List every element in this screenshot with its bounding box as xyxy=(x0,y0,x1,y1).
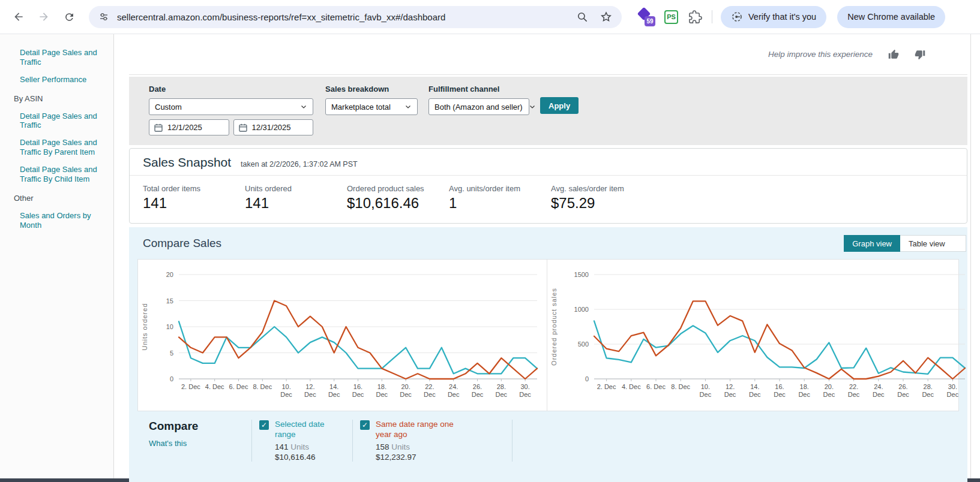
site-settings-tune-icon[interactable] xyxy=(98,11,109,22)
bookmark-star-icon[interactable] xyxy=(600,11,612,23)
metric-value: 141 xyxy=(143,195,245,212)
url-text[interactable]: sellercentral.amazon.com/business-report… xyxy=(117,12,577,22)
date-from-input[interactable] xyxy=(167,123,221,132)
reload-icon xyxy=(64,11,75,23)
series-label: Same date range one year ago xyxy=(376,420,466,440)
date-from-field[interactable] xyxy=(149,119,229,135)
fulfillment-channel-select[interactable]: Both (Amazon and seller) xyxy=(428,98,529,115)
fulfillment-channel-value: Both (Amazon and seller) xyxy=(434,103,523,112)
forward-button[interactable] xyxy=(34,7,54,27)
svg-text:Dec: Dec xyxy=(472,391,484,398)
zoom-search-icon[interactable] xyxy=(577,11,588,23)
thumbs-down-icon[interactable] xyxy=(915,49,925,60)
whats-this-link[interactable]: What's this xyxy=(149,439,242,448)
svg-text:Dec: Dec xyxy=(496,391,508,398)
series-units: 141 Units xyxy=(275,442,343,451)
reload-button[interactable] xyxy=(59,7,79,27)
chevron-down-icon xyxy=(404,103,412,110)
metric-value: $75.29 xyxy=(551,195,653,212)
metric-units-ordered: Units ordered141 xyxy=(245,184,347,212)
filter-panel: Date Custom xyxy=(129,77,967,145)
calendar-icon[interactable] xyxy=(238,123,248,132)
svg-text:18.: 18. xyxy=(800,383,809,390)
sidebar-item-detail-page-sales-and-traffic-by-child-item[interactable]: Detail Page Sales and Traffic By Child I… xyxy=(20,165,107,184)
metric-label: Ordered product sales xyxy=(347,184,449,193)
date-to-field[interactable] xyxy=(233,119,314,135)
svg-text:Dec: Dec xyxy=(328,391,340,398)
svg-text:Dec: Dec xyxy=(376,391,388,398)
sidebar-item-detail-page-sales-and-traffic[interactable]: Detail Page Sales and Traffic xyxy=(20,48,107,67)
svg-text:Dec: Dec xyxy=(280,391,292,398)
sidebar-item-detail-page-sales-and-traffic-by-parent-item[interactable]: Detail Page Sales and Traffic By Parent … xyxy=(20,138,107,157)
new-chrome-available-button[interactable]: New Chrome available xyxy=(837,6,945,28)
series-checkbox[interactable]: ✓ xyxy=(259,420,269,430)
units-ordered-chart: 051015202. Dec4. Dec6. Dec8. Dec10.Dec12… xyxy=(138,260,547,411)
metric-value: 141 xyxy=(245,195,347,212)
back-arrow-icon xyxy=(13,11,25,23)
svg-text:24.: 24. xyxy=(874,383,883,390)
svg-text:20.: 20. xyxy=(401,383,410,390)
fulfillment-channel-label: Fulfillment channel xyxy=(428,85,529,94)
feedback-text: Help improve this experience xyxy=(768,50,873,59)
svg-text:18.: 18. xyxy=(377,383,386,390)
svg-text:12.: 12. xyxy=(305,383,314,390)
extension-icon-ps[interactable]: PS xyxy=(664,10,678,24)
svg-text:8. Dec: 8. Dec xyxy=(671,383,690,390)
compare-series-year-ago: ✓Same date range one year ago158 Units$1… xyxy=(353,420,513,462)
svg-text:16.: 16. xyxy=(775,383,784,390)
view-toggle: Graph view Table view xyxy=(844,235,966,252)
svg-text:Dec: Dec xyxy=(947,391,959,398)
graph-view-button[interactable]: Graph view xyxy=(844,235,900,252)
sidebar-item-detail-page-sales-and-traffic[interactable]: Detail Page Sales and Traffic xyxy=(20,112,107,131)
main-content: Help improve this experience Date Custom xyxy=(114,34,970,478)
extension-icon-purple[interactable]: 59 xyxy=(637,8,654,25)
extensions-puzzle-icon[interactable] xyxy=(688,10,702,24)
sidebar-item-seller-performance[interactable]: Seller Performance xyxy=(20,75,107,85)
svg-text:10: 10 xyxy=(166,323,173,330)
svg-text:Dec: Dec xyxy=(848,391,860,398)
metric-label: Total order items xyxy=(143,184,245,193)
svg-text:14.: 14. xyxy=(329,383,338,390)
svg-text:6. Dec: 6. Dec xyxy=(646,383,666,390)
metric-total-order-items: Total order items141 xyxy=(143,184,245,212)
series-sales: $12,232.97 xyxy=(376,453,466,462)
sales-breakdown-select[interactable]: Marketplace total xyxy=(325,98,418,115)
svg-text:10.: 10. xyxy=(281,383,290,390)
metric-avg-sales-order-item: Avg. sales/order item$75.29 xyxy=(551,184,653,212)
address-bar[interactable]: sellercentral.amazon.com/business-report… xyxy=(89,6,622,28)
ordered-product-sales-chart: 0500100015002. Dec4. Dec6. Dec8. Dec10.D… xyxy=(547,260,975,411)
thumbs-up-icon[interactable] xyxy=(888,49,899,60)
svg-text:15: 15 xyxy=(166,297,173,305)
svg-text:Dec: Dec xyxy=(823,391,835,398)
series-checkbox[interactable]: ✓ xyxy=(360,420,370,430)
svg-text:Units ordered: Units ordered xyxy=(141,303,148,350)
svg-text:Dec: Dec xyxy=(304,391,316,398)
svg-text:26.: 26. xyxy=(898,383,907,390)
svg-text:Ordered product sales: Ordered product sales xyxy=(550,288,558,366)
svg-text:30.: 30. xyxy=(520,383,529,390)
new-chrome-label: New Chrome available xyxy=(847,12,935,22)
metric-ordered-product-sales: Ordered product sales$10,616.46 xyxy=(347,184,449,212)
calendar-icon[interactable] xyxy=(154,123,163,132)
back-button[interactable] xyxy=(8,7,29,27)
svg-text:20.: 20. xyxy=(825,383,834,390)
date-to-input[interactable] xyxy=(252,123,306,132)
svg-text:28.: 28. xyxy=(497,383,506,390)
sidebar-heading-other: Other xyxy=(14,194,109,203)
verify-dashed-circle-icon xyxy=(731,11,743,23)
date-filter-label: Date xyxy=(149,85,313,94)
scrollbar-track[interactable] xyxy=(970,34,980,478)
svg-text:Dec: Dec xyxy=(400,391,412,398)
svg-text:1500: 1500 xyxy=(574,271,589,278)
metric-avg-units-order-item: Avg. units/order item1 xyxy=(449,184,551,212)
svg-text:28.: 28. xyxy=(924,383,933,390)
sidebar: Detail Page Sales and TrafficSeller Perf… xyxy=(0,34,114,478)
verify-identity-button[interactable]: Verify that it's you xyxy=(721,6,826,28)
table-view-button[interactable]: Table view xyxy=(900,235,966,252)
sidebar-item-sales-and-orders-by-month[interactable]: Sales and Orders by Month xyxy=(20,211,107,230)
verify-button-label: Verify that it's you xyxy=(748,12,816,22)
compare-sales-panel: Compare Sales Graph view Table view 0510… xyxy=(129,227,967,482)
apply-button[interactable]: Apply xyxy=(540,97,579,114)
date-range-select[interactable]: Custom xyxy=(149,98,313,115)
svg-text:Dec: Dec xyxy=(922,391,934,398)
